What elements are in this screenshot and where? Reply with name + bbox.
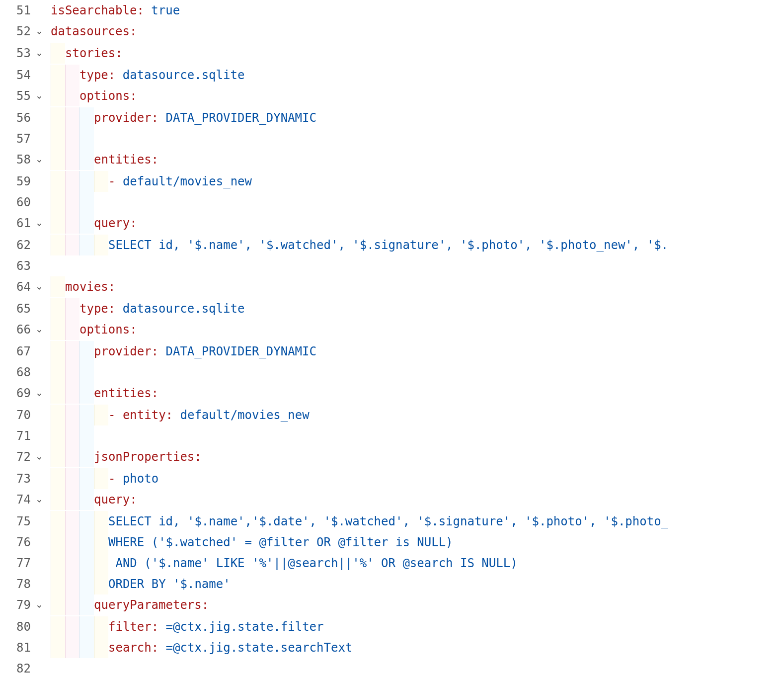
code-line[interactable]: 65type: datasource.sqlite [0, 298, 784, 319]
code-content[interactable]: provider: DATA_PROVIDER_DYNAMIC [49, 341, 784, 362]
line-number[interactable]: 55 [0, 85, 36, 107]
line-number[interactable]: 77 [0, 553, 36, 574]
code-content[interactable]: provider: DATA_PROVIDER_DYNAMIC [49, 107, 784, 128]
code-content[interactable]: movies: [49, 276, 784, 298]
fold-toggle[interactable] [36, 319, 49, 341]
line-number[interactable]: 65 [0, 298, 36, 319]
code-content[interactable]: options: [49, 319, 784, 341]
code-content[interactable]: search: =@ctx.jig.state.searchText [49, 637, 784, 658]
line-number[interactable]: 79 [0, 594, 36, 616]
code-content[interactable]: datasources: [49, 21, 784, 43]
code-line[interactable]: 82 [0, 658, 784, 677]
code-line[interactable]: 59- default/movies_new [0, 171, 784, 192]
code-line[interactable]: 71 [0, 425, 784, 446]
line-number[interactable]: 74 [0, 489, 36, 511]
code-content[interactable]: query: [49, 213, 784, 235]
code-content[interactable]: type: datasource.sqlite [49, 65, 784, 85]
code-content[interactable] [49, 658, 784, 677]
line-number[interactable]: 72 [0, 446, 36, 468]
code-line[interactable]: 76WHERE ('$.watched' = @filter OR @filte… [0, 532, 784, 553]
code-line[interactable]: 72jsonProperties: [0, 446, 784, 468]
code-line[interactable]: 75SELECT id, '$.name','$.date', '$.watch… [0, 511, 784, 532]
line-number[interactable]: 64 [0, 276, 36, 298]
fold-toggle[interactable] [36, 85, 49, 107]
code-content[interactable] [49, 425, 784, 446]
code-content[interactable]: - photo [49, 468, 784, 489]
code-content[interactable]: query: [49, 489, 784, 511]
fold-toggle[interactable] [36, 276, 49, 298]
code-content[interactable]: type: datasource.sqlite [49, 298, 784, 319]
code-content[interactable]: isSearchable: true [49, 0, 784, 21]
fold-toggle[interactable] [36, 383, 49, 405]
code-content[interactable]: entities: [49, 383, 784, 405]
line-number[interactable]: 73 [0, 468, 36, 489]
code-line[interactable]: 61query: [0, 213, 784, 235]
code-content[interactable]: - default/movies_new [49, 171, 784, 192]
line-number[interactable]: 52 [0, 21, 36, 43]
line-number[interactable]: 76 [0, 532, 36, 553]
line-number[interactable]: 62 [0, 235, 36, 255]
line-number[interactable]: 61 [0, 213, 36, 235]
code-line[interactable]: 77 AND ('$.name' LIKE '%'||@search||'%' … [0, 553, 784, 574]
line-number[interactable]: 69 [0, 383, 36, 405]
code-editor[interactable]: 51isSearchable: true52datasources:53stor… [0, 0, 784, 677]
code-line[interactable]: 58entities: [0, 149, 784, 171]
code-line[interactable]: 63 [0, 255, 784, 276]
code-line[interactable]: 81search: =@ctx.jig.state.searchText [0, 637, 784, 658]
line-number[interactable]: 78 [0, 574, 36, 594]
line-number[interactable]: 53 [0, 43, 36, 65]
code-content[interactable]: queryParameters: [49, 594, 784, 616]
line-number[interactable]: 56 [0, 107, 36, 128]
fold-toggle[interactable] [36, 43, 49, 65]
code-content[interactable]: entities: [49, 149, 784, 171]
code-content[interactable]: filter: =@ctx.jig.state.filter [49, 616, 784, 637]
code-line[interactable]: 80filter: =@ctx.jig.state.filter [0, 616, 784, 637]
code-line[interactable]: 52datasources: [0, 21, 784, 43]
line-number[interactable]: 67 [0, 341, 36, 362]
line-number[interactable]: 54 [0, 65, 36, 85]
code-content[interactable]: jsonProperties: [49, 446, 784, 468]
code-content[interactable]: WHERE ('$.watched' = @filter OR @filter … [49, 532, 784, 553]
code-line[interactable]: 53stories: [0, 43, 784, 65]
fold-toggle[interactable] [36, 594, 49, 616]
code-line[interactable]: 60 [0, 192, 784, 213]
code-line[interactable]: 69entities: [0, 383, 784, 405]
code-line[interactable]: 51isSearchable: true [0, 0, 784, 21]
line-number[interactable]: 80 [0, 616, 36, 637]
line-number[interactable]: 81 [0, 637, 36, 658]
line-number[interactable]: 70 [0, 405, 36, 425]
code-line[interactable]: 54type: datasource.sqlite [0, 65, 784, 85]
fold-toggle[interactable] [36, 489, 49, 511]
code-line[interactable]: 57 [0, 128, 784, 149]
code-line[interactable]: 74query: [0, 489, 784, 511]
line-number[interactable]: 71 [0, 425, 36, 446]
fold-toggle[interactable] [36, 149, 49, 171]
code-content[interactable] [49, 362, 784, 383]
line-number[interactable]: 57 [0, 128, 36, 149]
code-line[interactable]: 78ORDER BY '$.name' [0, 574, 784, 594]
code-content[interactable]: stories: [49, 43, 784, 65]
line-number[interactable]: 75 [0, 511, 36, 532]
code-line[interactable]: 62SELECT id, '$.name', '$.watched', '$.s… [0, 235, 784, 255]
code-line[interactable]: 56provider: DATA_PROVIDER_DYNAMIC [0, 107, 784, 128]
code-line[interactable]: 67provider: DATA_PROVIDER_DYNAMIC [0, 341, 784, 362]
fold-toggle[interactable] [36, 21, 49, 43]
code-line[interactable]: 68 [0, 362, 784, 383]
code-content[interactable]: SELECT id, '$.name', '$.watched', '$.sig… [49, 235, 784, 255]
fold-toggle[interactable] [36, 446, 49, 468]
code-content[interactable] [49, 192, 784, 213]
code-content[interactable]: - entity: default/movies_new [49, 405, 784, 425]
code-content[interactable]: options: [49, 85, 784, 107]
code-content[interactable]: ORDER BY '$.name' [49, 574, 784, 594]
line-number[interactable]: 58 [0, 149, 36, 171]
code-line[interactable]: 79queryParameters: [0, 594, 784, 616]
code-line[interactable]: 70- entity: default/movies_new [0, 405, 784, 425]
code-content[interactable]: AND ('$.name' LIKE '%'||@search||'%' OR … [49, 553, 784, 574]
line-number[interactable]: 66 [0, 319, 36, 341]
code-line[interactable]: 64movies: [0, 276, 784, 298]
code-line[interactable]: 73- photo [0, 468, 784, 489]
fold-toggle[interactable] [36, 213, 49, 235]
line-number[interactable]: 59 [0, 171, 36, 192]
code-line[interactable]: 66options: [0, 319, 784, 341]
line-number[interactable]: 60 [0, 192, 36, 213]
